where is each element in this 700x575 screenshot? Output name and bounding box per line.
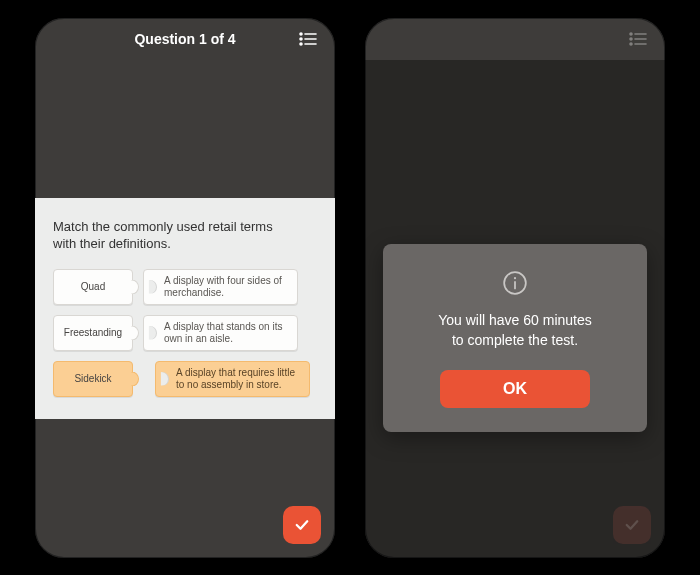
ok-button[interactable]: OK bbox=[440, 370, 590, 408]
definition-label: A display that requires little to no ass… bbox=[176, 367, 299, 391]
svg-point-14 bbox=[514, 277, 516, 279]
submit-button[interactable] bbox=[283, 506, 321, 544]
term-label: Sidekick bbox=[74, 373, 111, 385]
match-row: QuadA display with four sides of merchan… bbox=[53, 269, 317, 305]
term-piece[interactable]: Quad bbox=[53, 269, 133, 305]
match-row: FreestandingA display that stands on its… bbox=[53, 315, 317, 351]
term-label: Freestanding bbox=[64, 327, 122, 339]
list-icon[interactable] bbox=[297, 28, 319, 50]
check-icon bbox=[623, 516, 641, 534]
term-label: Quad bbox=[81, 281, 105, 293]
definition-piece[interactable]: A display that requires little to no ass… bbox=[155, 361, 310, 397]
dialog-text: You will have 60 minutes to complete the… bbox=[403, 310, 627, 351]
phone-question: Question 1 of 4 Match the commonly used … bbox=[30, 13, 340, 563]
question-prompt: Match the commonly used retail terms wit… bbox=[53, 218, 273, 253]
submit-button bbox=[613, 506, 651, 544]
top-bar: Question 1 of 4 bbox=[35, 18, 335, 60]
content-area: Match the commonly used retail terms wit… bbox=[35, 60, 335, 558]
info-dialog: You will have 60 minutes to complete the… bbox=[383, 244, 647, 433]
definition-piece[interactable]: A display that stands on its own in an a… bbox=[143, 315, 298, 351]
dialog-line1: You will have 60 minutes bbox=[438, 312, 592, 328]
svg-point-6 bbox=[630, 33, 632, 35]
content-area: You will have 60 minutes to complete the… bbox=[365, 60, 665, 558]
page-title: Question 1 of 4 bbox=[134, 31, 235, 47]
check-icon bbox=[293, 516, 311, 534]
svg-point-8 bbox=[630, 43, 632, 45]
dialog-line2: to complete the test. bbox=[452, 332, 578, 348]
svg-point-2 bbox=[300, 43, 302, 45]
match-row: SidekickA display that requires little t… bbox=[53, 361, 317, 397]
phone-dialog: You will have 60 minutes to complete the… bbox=[360, 13, 670, 563]
top-bar bbox=[365, 18, 665, 60]
svg-point-0 bbox=[300, 33, 302, 35]
definition-label: A display that stands on its own in an a… bbox=[164, 321, 287, 345]
list-icon bbox=[627, 28, 649, 50]
definition-piece[interactable]: A display with four sides of merchandise… bbox=[143, 269, 298, 305]
svg-point-1 bbox=[300, 38, 302, 40]
question-card: Match the commonly used retail terms wit… bbox=[35, 198, 335, 419]
svg-point-7 bbox=[630, 38, 632, 40]
term-piece[interactable]: Sidekick bbox=[53, 361, 133, 397]
info-icon bbox=[502, 270, 528, 296]
definition-label: A display with four sides of merchandise… bbox=[164, 275, 287, 299]
term-piece[interactable]: Freestanding bbox=[53, 315, 133, 351]
